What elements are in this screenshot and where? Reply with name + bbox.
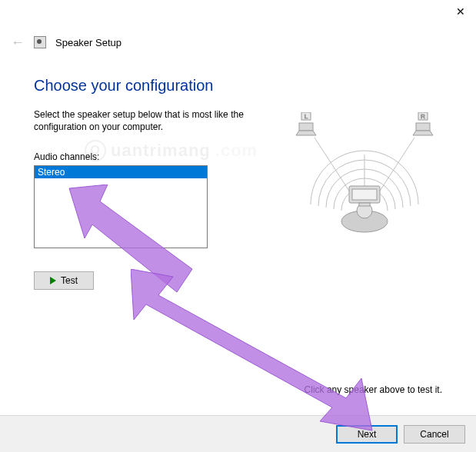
svg-line-7 [315, 138, 353, 197]
close-button[interactable]: ✕ [456, 6, 465, 17]
back-arrow-icon[interactable]: ← [11, 35, 25, 49]
svg-rect-0 [299, 123, 313, 131]
page-description: Select the speaker setup below that is m… [34, 108, 257, 133]
right-speaker-label: R [421, 113, 425, 120]
svg-marker-4 [413, 131, 433, 135]
svg-rect-3 [416, 123, 430, 131]
svg-line-8 [376, 138, 414, 197]
channel-option-stereo[interactable]: Stereo [35, 166, 207, 178]
audio-channels-listbox[interactable]: Stereo [34, 165, 208, 248]
left-speaker-label: L [305, 113, 308, 120]
cancel-button[interactable]: Cancel [404, 425, 465, 444]
play-icon [50, 277, 56, 284]
test-button[interactable]: Test [34, 271, 94, 290]
page-heading: Choose your configuration [34, 77, 442, 95]
svg-marker-1 [296, 131, 316, 135]
dialog-title: Speaker Setup [55, 37, 121, 48]
svg-rect-13 [359, 203, 370, 206]
next-button[interactable]: Next [336, 425, 398, 444]
diagram-hint: Click any speaker above to test it. [305, 384, 442, 395]
button-bar: Next Cancel [0, 415, 476, 452]
speaker-app-icon [34, 36, 46, 48]
speaker-diagram[interactable]: L R [276, 112, 453, 266]
svg-rect-12 [352, 189, 377, 200]
test-button-label: Test [61, 275, 78, 286]
